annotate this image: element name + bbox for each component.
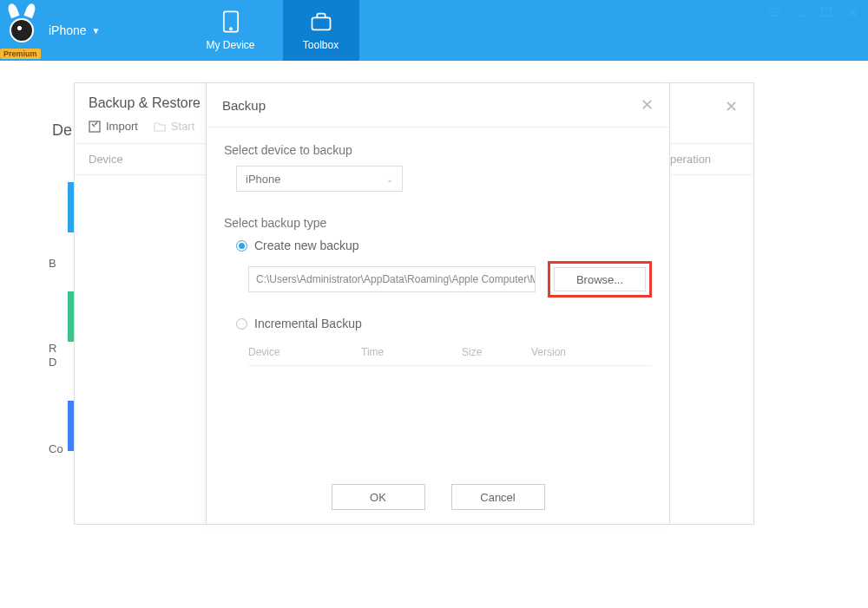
radio-create-label: Create new backup [254,239,359,252]
svg-rect-2 [312,17,330,29]
maximize-icon[interactable] [819,5,833,19]
col-operation: Operation [661,153,740,166]
tab-toolbox-label: Toolbox [303,39,339,51]
import-icon [89,121,101,133]
col-time: Time [361,339,462,365]
select-device-label: Select device to backup [224,143,652,157]
bg-text: B [49,257,56,270]
radio-icon-unchecked [236,318,247,330]
device-dropdown[interactable]: iPhone ▼ [49,0,101,61]
toolbox-icon [309,10,333,34]
browse-highlight: Browse... [548,261,652,297]
menu-icon[interactable] [767,5,781,19]
window-controls [767,5,859,19]
start-button: Start [154,120,194,133]
close-icon[interactable] [845,5,859,19]
premium-badge: Premium [0,49,41,59]
top-bar: Premium iPhone ▼ My Device Toolbox [0,0,868,61]
minimize-icon[interactable] [793,5,807,19]
bg-text: Co [49,442,63,455]
svg-rect-3 [822,8,831,16]
device-select[interactable]: iPhone ⌄ [236,166,403,192]
dialog-title: Backup [222,98,266,113]
ok-button[interactable]: OK [332,484,425,510]
col-device: Device [248,339,361,365]
chevron-down-icon: ▼ [92,26,101,36]
backup-dialog: Backup ✕ Select device to backup iPhone … [206,82,670,525]
bg-text: D [49,356,56,369]
backup-path-input[interactable]: C:\Users\Administrator\AppData\Roaming\A… [248,266,536,292]
chevron-down-icon: ⌄ [386,174,393,184]
col-size: Size [462,339,531,365]
device-dropdown-label: iPhone [49,23,87,37]
browse-button[interactable]: Browse... [554,267,646,291]
tab-my-device[interactable]: My Device [193,0,269,61]
radio-icon-checked [236,240,247,252]
tablet-icon [219,10,243,34]
col-version: Version [531,339,652,365]
folder-icon [154,121,166,133]
dialog-close-icon[interactable]: ✕ [641,95,654,114]
tab-toolbox[interactable]: Toolbox [283,0,359,61]
import-button[interactable]: Import [89,120,138,133]
radio-incremental-label: Incremental Backup [254,317,362,330]
device-select-value: iPhone [246,173,280,186]
panel-close-icon[interactable]: ✕ [725,97,738,116]
radio-create-new[interactable]: Create new backup [236,239,652,252]
app-logo: Premium [0,0,43,61]
select-type-label: Select backup type [224,216,652,230]
radio-incremental[interactable]: Incremental Backup [236,317,652,330]
svg-point-1 [229,28,231,29]
tab-my-device-label: My Device [206,39,254,51]
background-label: De [52,121,72,140]
bg-text: R [49,342,56,355]
incremental-header: Device Time Size Version [248,339,652,366]
cancel-button[interactable]: Cancel [451,484,545,510]
